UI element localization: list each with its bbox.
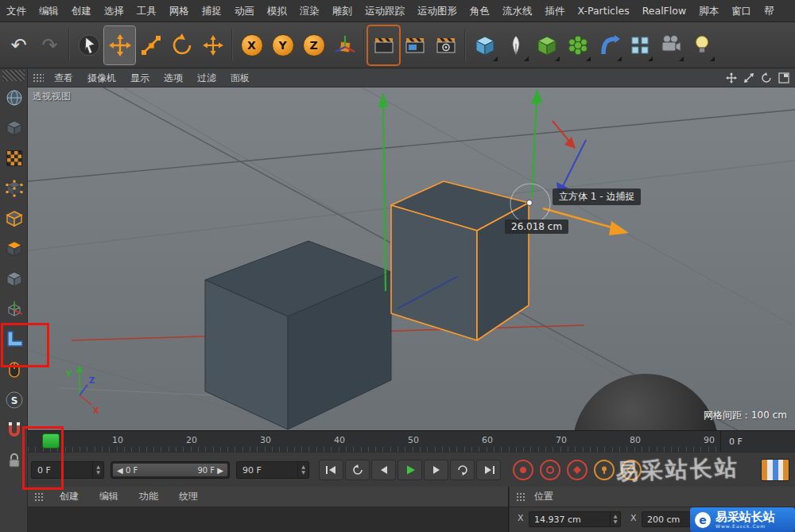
viewport-menu-item[interactable]: 显示 [123,68,157,87]
deformers-button[interactable] [593,26,624,64]
coord-x-position-field[interactable]: 14.937 cm ▲▼ [529,511,621,527]
menubar-item[interactable]: 选择 [98,0,130,22]
workplane-button[interactable] [0,324,28,355]
coordinates-manager-icon[interactable] [761,459,789,481]
toggle-view-icon[interactable] [778,72,790,84]
menubar-item[interactable]: 角色 [463,0,496,22]
coord-stepper[interactable]: ▲▼ [610,512,620,526]
light-button[interactable] [686,26,717,64]
menubar-item[interactable]: 文件 [0,0,33,22]
menubar-item[interactable]: X-Particles [572,0,636,22]
pen-spline-button[interactable] [500,26,531,64]
menubar-item[interactable]: 雕刻 [326,0,359,22]
play-button[interactable] [398,460,422,480]
lock-x-button[interactable]: X [236,26,267,64]
undo-button[interactable]: ↶ [3,26,34,64]
generators-button[interactable] [562,26,593,64]
sidebar-drag-handle[interactable] [2,70,25,81]
polygons-mode-button[interactable] [0,234,28,264]
viewport-menu-item[interactable]: 过滤 [190,68,223,87]
menubar-item[interactable]: 动画 [228,0,261,22]
viewport-menu-item[interactable]: 选项 [157,68,190,87]
next-frame-button[interactable] [424,460,448,480]
play-loop-button[interactable] [450,460,475,480]
points-mode-button[interactable] [0,173,28,204]
menubar-item[interactable]: 窗口 [725,0,758,22]
goto-end-button[interactable] [476,460,501,480]
edges-mode-button[interactable] [0,204,28,234]
record-keyframe-button[interactable] [513,460,533,480]
move-tool-button[interactable] [104,26,135,64]
scene-canvas[interactable]: Y X Z [28,87,795,430]
current-frame-field[interactable]: 0 F ▲▼ [31,461,104,479]
material-menu-item[interactable]: 纹理 [169,490,208,503]
lock-y-button[interactable]: Y [267,26,298,64]
camera-button[interactable] [655,26,686,64]
menubar-item[interactable]: 捕捉 [196,0,228,22]
zoom-view-icon[interactable] [743,72,755,84]
redo-button[interactable]: ↷ [34,26,65,64]
viewport-menu-item[interactable]: 面板 [223,68,257,87]
rotate-view-icon[interactable] [760,72,773,84]
menubar-item[interactable]: 创建 [65,0,98,22]
menubar-item[interactable]: 运动跟踪 [359,0,411,22]
render-picture-viewer-button[interactable] [399,26,430,64]
render-settings-button[interactable] [430,26,461,64]
viewport-menu-item[interactable]: 查看 [47,68,80,87]
menubar-item[interactable]: 运动图形 [411,0,463,22]
menubar-item[interactable]: 工具 [130,0,163,22]
menubar-item[interactable]: 脚本 [692,0,725,22]
play-backwards-button[interactable] [345,460,370,480]
scene-3d[interactable]: Y X Z 透视视图 立方体 1 - 边捕捉 26.018 cm 网格间距：10… [28,87,795,430]
frame-range-slider[interactable]: ◀ 0 F 90 F ▶ [111,461,230,479]
texture-mode-button[interactable] [0,143,28,173]
model-mode-button[interactable] [0,113,28,143]
frame-stepper[interactable]: ▲▼ [92,462,103,478]
menubar-item[interactable]: RealFlow [636,0,692,22]
mograph-array-button[interactable] [624,26,655,64]
panel-drag-handle[interactable] [516,492,526,501]
scale-tool-button[interactable] [135,26,166,64]
menubar-item[interactable]: 渲染 [293,0,326,22]
material-menu-item[interactable]: 编辑 [89,490,129,503]
live-selection-button[interactable] [73,26,104,64]
lock-button[interactable] [0,445,28,476]
subdivision-surface-button[interactable] [531,26,562,64]
menubar-item[interactable]: 流水线 [496,0,539,22]
snap-s-button[interactable]: S [0,385,28,415]
menubar-item[interactable]: 模拟 [261,0,293,22]
viewport-drag-handle[interactable] [33,73,44,82]
pan-view-icon[interactable] [725,72,738,84]
key-interpolation-button[interactable] [621,460,642,480]
previous-frame-button[interactable] [371,460,396,480]
globe-mode-button[interactable] [0,83,28,113]
frame-stepper[interactable]: ▲▼ [297,462,308,478]
axis-mode-button[interactable] [0,294,28,324]
record-options-button[interactable] [594,460,615,480]
magnet-snap-button[interactable] [0,415,28,445]
timeline-ruler[interactable]: 10 20 30 40 50 60 70 80 90 [28,430,720,452]
menubar-item[interactable]: 网格 [163,0,196,22]
panel-drag-handle[interactable] [34,492,45,501]
menubar-item[interactable]: 插件 [539,0,572,22]
add-cube-button[interactable] [469,26,500,64]
menubar-item[interactable]: 帮 [758,0,781,22]
view-label[interactable]: 透视视图 [33,90,71,103]
render-view-button[interactable] [368,26,399,64]
object-mode-button[interactable] [0,264,28,294]
viewport-menu-item[interactable]: 摄像机 [80,68,123,87]
goto-start-button[interactable] [319,460,343,480]
keyframe-selection-button[interactable] [567,460,588,480]
playhead[interactable] [42,433,60,449]
lock-z-button[interactable]: Z [298,26,329,64]
material-menu-item[interactable]: 功能 [129,490,169,503]
end-frame-field[interactable]: 90 F ▲▼ [236,461,309,479]
last-tool-button[interactable] [197,26,228,64]
cube-object-selected[interactable] [391,181,529,340]
mouse-input-button[interactable] [0,355,28,385]
menubar-item[interactable]: 编辑 [33,0,65,22]
material-menu-item[interactable]: 创建 [49,490,89,503]
range-pill[interactable]: ◀ 0 F 90 F ▶ [113,464,227,476]
autokey-button[interactable] [540,460,560,480]
coordinate-system-button[interactable] [329,26,360,64]
